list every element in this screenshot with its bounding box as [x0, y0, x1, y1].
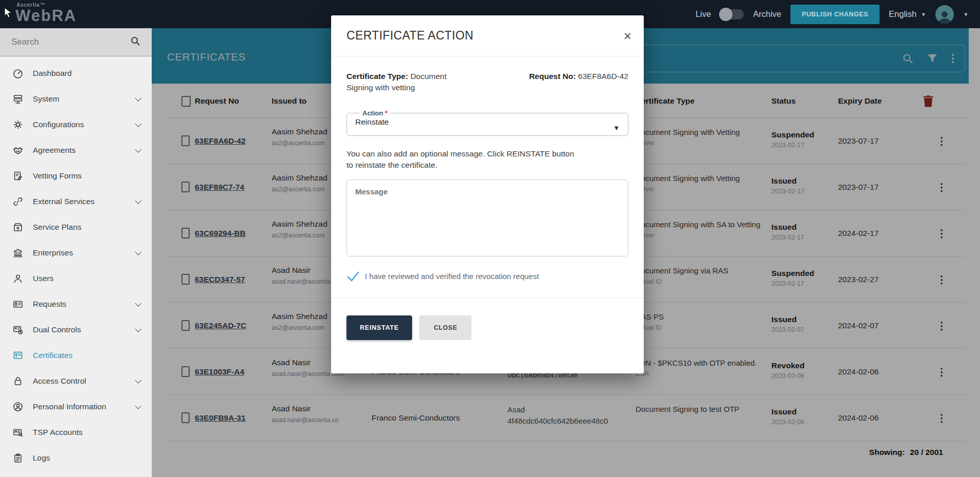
certificate-action-modal: CERTIFICATE ACTION × Certificate Type: D…: [331, 15, 644, 373]
sidebar-search: [0, 28, 152, 56]
search-icon[interactable]: [130, 36, 140, 48]
access-control-icon: [12, 375, 25, 387]
chevron-down-icon: [135, 326, 141, 332]
sidebar: DashboardSystemConfigurationsAgreementsV…: [0, 28, 152, 477]
sidebar-item-users[interactable]: Users: [0, 266, 152, 291]
mouse-cursor: [4, 7, 12, 21]
confirm-checkbox[interactable]: [346, 271, 360, 282]
sidebar-item-access-control[interactable]: Access Control: [0, 368, 152, 394]
configurations-icon: [12, 119, 25, 130]
sidebar-item-label: Service Plans: [33, 223, 139, 232]
sidebar-item-label: TSP Accounts: [33, 428, 139, 437]
sidebar-item-label: Agreements: [33, 146, 135, 155]
vetting-forms-icon: [12, 170, 25, 182]
sidebar-item-label: Enterprises: [33, 248, 135, 257]
dual-controls-icon: [12, 324, 25, 335]
publish-changes-button[interactable]: PUBLISH CHANGES: [790, 5, 880, 24]
sidebar-item-system[interactable]: System: [0, 86, 152, 112]
request-no-info: Request No: 63EF8A6D-42: [529, 71, 628, 94]
sidebar-item-external-services[interactable]: External Services: [0, 189, 152, 214]
modal-hint-text: You can also add an optional message. Cl…: [346, 148, 580, 171]
live-archive-toggle[interactable]: [720, 9, 744, 19]
sidebar-item-label: Certificates: [33, 351, 139, 360]
sidebar-item-logs[interactable]: Logs: [0, 445, 152, 471]
agreements-icon: [12, 145, 25, 156]
language-label: English: [889, 9, 916, 19]
requests-icon: [12, 299, 25, 310]
profile-caret-down-icon[interactable]: ▼: [963, 11, 969, 17]
sidebar-item-label: Logs: [33, 453, 139, 463]
chevron-down-icon: [135, 249, 141, 255]
search-input[interactable]: [11, 37, 130, 47]
chevron-down-icon: ▼: [613, 124, 620, 132]
sidebar-item-label: System: [33, 94, 135, 104]
chevron-down-icon: [135, 403, 141, 409]
sidebar-item-requests[interactable]: Requests: [0, 291, 152, 317]
personal-information-icon: [12, 401, 25, 412]
system-icon: [12, 93, 25, 105]
sidebar-item-label: External Services: [33, 197, 135, 206]
chevron-down-icon: [135, 146, 141, 153]
enterprises-icon: [12, 247, 25, 259]
chevron-down-icon: [135, 95, 141, 102]
logs-icon: [12, 452, 25, 464]
sidebar-item-configurations[interactable]: Configurations: [0, 112, 152, 137]
chevron-down-icon: [135, 121, 141, 127]
chevron-down-icon: [135, 377, 141, 384]
sidebar-item-tsp-accounts[interactable]: TSP Accounts: [0, 420, 152, 445]
brand-logo: Ascertia™ WebRA: [15, 2, 77, 24]
sidebar-item-label: Configurations: [33, 120, 135, 129]
language-selector[interactable]: English ▼: [889, 9, 926, 19]
required-asterisk: *: [385, 109, 387, 117]
archive-label: Archive: [753, 9, 781, 19]
sidebar-item-certificates[interactable]: Certificates: [0, 343, 152, 368]
certificates-icon: [12, 350, 25, 361]
sidebar-item-label: Requests: [33, 300, 135, 309]
sidebar-item-label: Dashboard: [33, 69, 139, 78]
chevron-down-icon: [135, 300, 141, 307]
sidebar-item-service-plans[interactable]: Service Plans: [0, 214, 152, 240]
users-icon: [12, 273, 25, 284]
tsp-accounts-icon: [12, 427, 25, 438]
sidebar-item-dashboard[interactable]: Dashboard: [0, 61, 152, 86]
confirm-checkbox-label: I have reviewed and verified the revocat…: [365, 272, 539, 281]
sidebar-item-dual-controls[interactable]: Dual Controls: [0, 317, 152, 343]
sidebar-item-personal-information[interactable]: Personal Information: [0, 394, 152, 420]
live-label: Live: [696, 9, 711, 19]
sidebar-item-label: Users: [33, 274, 139, 283]
caret-down-icon: ▼: [921, 11, 926, 17]
certificate-type-info: Certificate Type: Document Signing with …: [346, 71, 475, 94]
close-icon[interactable]: ×: [624, 29, 631, 43]
reinstate-button[interactable]: REINSTATE: [346, 315, 412, 340]
sidebar-item-label: Dual Controls: [33, 325, 135, 334]
external-services-icon: [12, 196, 25, 207]
sidebar-item-label: Vetting Forms: [33, 171, 139, 181]
message-textarea[interactable]: [346, 180, 628, 256]
modal-title: CERTIFICATE ACTION: [346, 29, 624, 43]
dashboard-icon: [12, 68, 25, 79]
sidebar-item-agreements[interactable]: Agreements: [0, 137, 152, 163]
modal-divider: [331, 297, 644, 298]
toggle-knob: [719, 8, 732, 21]
close-button[interactable]: CLOSE: [419, 315, 472, 340]
action-label: Action *: [359, 109, 391, 117]
sidebar-item-enterprises[interactable]: Enterprises: [0, 240, 152, 266]
sidebar-nav: DashboardSystemConfigurationsAgreementsV…: [0, 56, 152, 471]
service-plans-icon: [12, 222, 25, 233]
action-select[interactable]: Action * Reinstate ▼: [346, 109, 628, 136]
sidebar-item-vetting-forms[interactable]: Vetting Forms: [0, 163, 152, 189]
chevron-down-icon: [135, 197, 141, 204]
action-selected-value: Reinstate: [355, 117, 620, 127]
brand-name: WebRA: [15, 7, 77, 25]
avatar[interactable]: [935, 5, 954, 24]
sidebar-item-label: Access Control: [33, 376, 135, 386]
sidebar-item-label: Personal Information: [33, 402, 135, 411]
